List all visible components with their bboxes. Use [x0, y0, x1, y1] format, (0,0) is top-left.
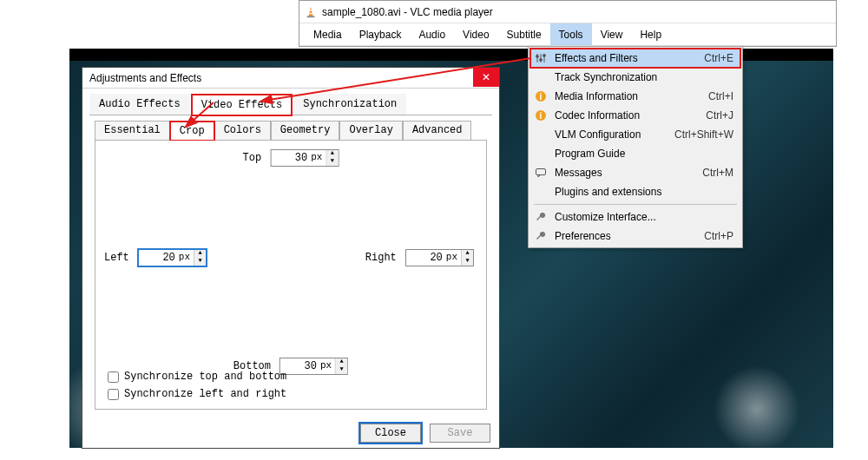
crop-pane: Top px ▲▼ Left px ▲▼ Right p [95, 141, 487, 410]
menu-tools[interactable]: Tools [550, 23, 592, 45]
svg-rect-3 [309, 12, 313, 13]
video-effects-subtabs: Essential Crop Colors Geometry Overlay A… [95, 121, 487, 141]
menuitem-label: Customize Interface... [555, 211, 727, 223]
menuitem-label: Plugins and extensions [555, 186, 727, 198]
wrench-icon [534, 210, 548, 224]
menu-playback[interactable]: Playback [351, 23, 411, 45]
checkbox-input[interactable] [108, 371, 119, 383]
subtab-overlay[interactable]: Overlay [339, 121, 402, 140]
crop-bottom-spinner[interactable]: px ▲▼ [279, 358, 348, 375]
crop-left-spinner[interactable]: px ▲▼ [138, 249, 207, 266]
titlebar: sample_1080.avi - VLC media player [299, 1, 836, 23]
window-title: sample_1080.avi - VLC media player [322, 6, 493, 18]
menu-customize-interface[interactable]: Customize Interface... [530, 207, 740, 227]
menuitem-label: Track Synchronization [555, 71, 727, 83]
wrench-icon [534, 229, 548, 243]
svg-rect-1 [307, 16, 315, 17]
info-icon: i [534, 89, 548, 103]
dialog-close-button[interactable]: ✕ [473, 68, 499, 87]
subtab-geometry[interactable]: Geometry [271, 121, 340, 140]
unit-label: px [311, 150, 326, 166]
spinner-down-icon[interactable]: ▼ [194, 258, 206, 266]
menuitem-label: Preferences [555, 230, 697, 242]
svg-point-8 [540, 59, 542, 62]
menuitem-label: Program Guide [555, 148, 727, 160]
sliders-icon [534, 51, 548, 65]
menuitem-shortcut: Ctrl+E [704, 52, 733, 64]
menuitem-label: Media Information [555, 90, 701, 102]
menuitem-shortcut: Ctrl+Shift+W [674, 128, 733, 141]
spinner-down-icon[interactable]: ▼ [462, 258, 473, 266]
svg-point-7 [536, 56, 539, 58]
menuitem-shortcut: Ctrl+M [702, 167, 733, 179]
sync-top-bottom-checkbox[interactable]: Synchronize top and bottom [108, 371, 286, 383]
crop-right-spinner[interactable]: px ▲▼ [405, 249, 474, 266]
unit-label: px [320, 358, 335, 374]
svg-text:i: i [540, 92, 542, 102]
checkbox-label: Synchronize left and right [124, 388, 286, 400]
crop-top-spinner[interactable]: px ▲▼ [270, 149, 339, 167]
tools-menu-dropdown: Effects and Filters Ctrl+E Track Synchro… [528, 46, 743, 248]
dialog-title: Adjustments and Effects [89, 72, 473, 84]
menuitem-label: VLM Configuration [555, 128, 667, 141]
dialog-titlebar: Adjustments and Effects ✕ [82, 68, 499, 89]
menu-program-guide[interactable]: Program Guide [530, 144, 740, 163]
svg-text:i: i [540, 111, 542, 121]
menu-separator [534, 204, 737, 205]
subtab-crop[interactable]: Crop [170, 122, 214, 141]
checkbox-label: Synchronize top and bottom [124, 371, 286, 383]
sync-left-right-checkbox[interactable]: Synchronize left and right [108, 388, 286, 400]
save-button[interactable]: Save [430, 424, 490, 443]
svg-point-9 [543, 55, 546, 57]
tab-audio-effects[interactable]: Audio Effects [89, 94, 190, 115]
svg-marker-0 [308, 6, 312, 16]
tab-video-effects[interactable]: Video Effects [192, 95, 293, 115]
menu-view[interactable]: View [592, 23, 632, 45]
spinner-down-icon[interactable]: ▼ [326, 158, 338, 166]
menu-media[interactable]: Media [305, 23, 351, 45]
vlc-main-window: sample_1080.avi - VLC media player Media… [299, 0, 837, 47]
menubar: Media Playback Audio Video Subtitle Tool… [299, 23, 836, 46]
subtab-advanced[interactable]: Advanced [403, 121, 472, 140]
crop-left-input[interactable] [139, 250, 179, 266]
crop-right-label: Right [365, 252, 397, 264]
crop-top-label: Top [243, 152, 262, 164]
menu-plugins[interactable]: Plugins and extensions [530, 182, 740, 201]
menuitem-label: Effects and Filters [555, 52, 697, 64]
menu-video[interactable]: Video [454, 23, 497, 45]
checkbox-input[interactable] [108, 389, 119, 400]
unit-label: px [179, 250, 194, 266]
crop-left-label: Left [104, 252, 129, 264]
menuitem-shortcut: Ctrl+I [708, 90, 733, 102]
menu-media-info[interactable]: i Media Information Ctrl+I [530, 87, 740, 106]
menu-preferences[interactable]: Preferences Ctrl+P [530, 227, 740, 246]
menu-codec-info[interactable]: i Codec Information Ctrl+J [530, 106, 740, 125]
crop-right-input[interactable] [406, 250, 446, 266]
dialog-top-tabs: Audio Effects Video Effects Synchronizat… [89, 94, 492, 115]
close-button[interactable]: Close [360, 424, 421, 443]
tab-synchronization[interactable]: Synchronization [293, 94, 406, 115]
subtab-essential[interactable]: Essential [95, 121, 170, 140]
menu-vlm-config[interactable]: VLM Configuration Ctrl+Shift+W [530, 125, 740, 144]
adjustments-effects-dialog: Adjustments and Effects ✕ Audio Effects … [82, 67, 500, 449]
menuitem-shortcut: Ctrl+P [704, 230, 733, 242]
svg-rect-2 [309, 10, 312, 10]
menu-audio[interactable]: Audio [410, 23, 454, 45]
menu-messages[interactable]: Messages Ctrl+M [530, 163, 740, 182]
info-icon: i [534, 108, 548, 122]
menuitem-shortcut: Ctrl+J [706, 109, 733, 122]
close-icon: ✕ [482, 71, 490, 83]
menu-effects-and-filters[interactable]: Effects and Filters Ctrl+E [530, 49, 740, 68]
vlc-logo-icon [305, 6, 317, 18]
spinner-down-icon[interactable]: ▼ [336, 366, 347, 374]
menu-subtitle[interactable]: Subtitle [498, 23, 550, 45]
subtab-colors[interactable]: Colors [214, 121, 271, 140]
menuitem-label: Messages [555, 167, 695, 179]
svg-rect-14 [536, 169, 546, 175]
menu-track-sync[interactable]: Track Synchronization [530, 68, 740, 87]
menuitem-label: Codec Information [555, 109, 699, 122]
chat-icon [534, 166, 548, 180]
menu-help[interactable]: Help [631, 23, 670, 45]
unit-label: px [446, 250, 461, 266]
crop-top-input[interactable] [271, 150, 311, 166]
